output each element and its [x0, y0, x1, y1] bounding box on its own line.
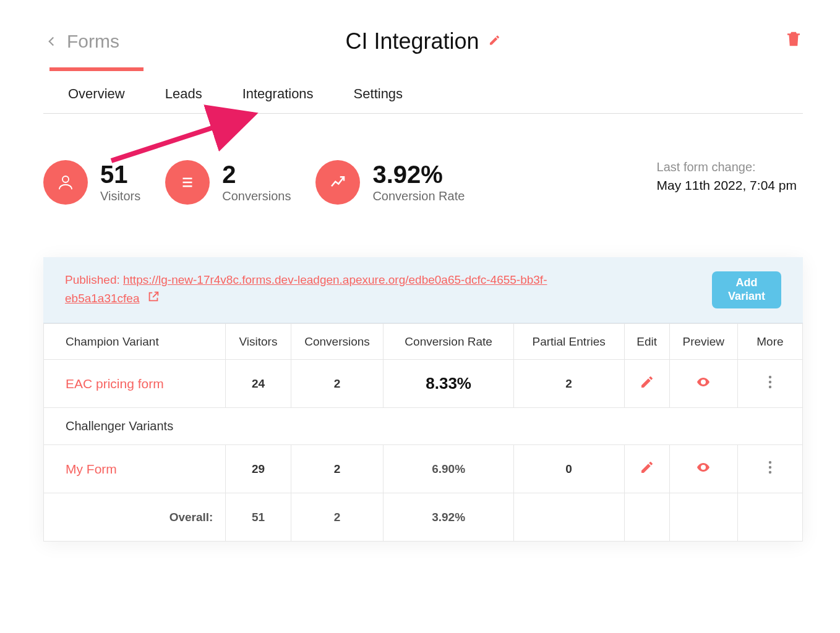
- person-icon: [43, 160, 88, 205]
- edit-title-button[interactable]: [489, 34, 501, 49]
- tab-overview[interactable]: Overview: [68, 86, 125, 113]
- last-change-label: Last form change:: [657, 160, 797, 174]
- preview-variant-button[interactable]: [696, 379, 711, 392]
- svg-line-0: [111, 114, 254, 161]
- cell-rate: 6.90%: [384, 445, 513, 493]
- challenger-heading-row: Challenger Variants: [44, 408, 803, 445]
- conversions-label: Conversions: [222, 189, 291, 203]
- dots-vertical-icon: [768, 375, 772, 389]
- col-preview: Preview: [669, 324, 737, 360]
- stat-conversion-rate: 3.92% Conversion Rate: [315, 160, 465, 205]
- col-partial: Partial Entries: [513, 324, 624, 360]
- table-row-champion: EAC pricing form 24 2 8.33% 2: [44, 360, 803, 408]
- eye-icon: [696, 460, 711, 475]
- overall-visitors: 51: [226, 493, 291, 542]
- col-rate: Conversion Rate: [384, 324, 513, 360]
- col-edit: Edit: [624, 324, 669, 360]
- tab-settings[interactable]: Settings: [354, 86, 403, 113]
- cell-visitors: 29: [226, 445, 291, 493]
- cell-partial: 0: [513, 445, 624, 493]
- external-link-icon: [147, 290, 160, 304]
- svg-point-3: [769, 381, 771, 383]
- published-url-text: Published: https://lg-new-17r4v8c.forms.…: [65, 271, 609, 309]
- tab-leads[interactable]: Leads: [165, 86, 202, 113]
- cell-rate: 8.33%: [384, 360, 513, 408]
- dots-vertical-icon: [768, 460, 772, 475]
- pencil-icon: [640, 460, 654, 475]
- table-row-challenger: My Form 29 2 6.90% 0: [44, 445, 803, 493]
- eye-icon: [696, 375, 711, 389]
- preview-variant-button[interactable]: [696, 464, 711, 477]
- more-menu-button[interactable]: [768, 379, 772, 392]
- trend-icon: [315, 160, 360, 205]
- variants-table: Champion Variant Visitors Conversions Co…: [43, 323, 803, 542]
- pencil-icon: [489, 34, 501, 46]
- svg-point-5: [769, 461, 771, 464]
- rate-value: 3.92%: [372, 162, 465, 187]
- pencil-icon: [640, 375, 654, 389]
- overall-label: Overall:: [44, 493, 226, 542]
- tab-integrations[interactable]: Integrations: [242, 86, 314, 113]
- col-more: More: [737, 324, 802, 360]
- edit-variant-button[interactable]: [640, 464, 654, 477]
- arrow-left-icon: [43, 33, 59, 49]
- stat-conversions: 2 Conversions: [165, 160, 291, 205]
- add-variant-button[interactable]: Add Variant: [712, 271, 781, 308]
- published-url-link[interactable]: https://lg-new-17r4v8c.forms.dev-leadgen…: [65, 273, 547, 305]
- col-conversions: Conversions: [291, 324, 384, 360]
- page-title: CI Integration: [345, 28, 479, 54]
- open-external-button[interactable]: [147, 290, 160, 309]
- last-form-change: Last form change: May 11th 2022, 7:04 pm: [657, 160, 803, 193]
- svg-point-4: [769, 386, 771, 388]
- list-icon: [165, 160, 210, 205]
- variant-name-link[interactable]: My Form: [66, 462, 117, 476]
- svg-point-1: [62, 176, 69, 182]
- col-champion: Champion Variant: [44, 324, 226, 360]
- variant-name-link[interactable]: EAC pricing form: [66, 376, 164, 391]
- svg-point-2: [769, 376, 771, 378]
- cell-visitors: 24: [226, 360, 291, 408]
- back-label: Forms: [67, 31, 119, 52]
- trash-icon: [784, 28, 803, 49]
- col-visitors: Visitors: [226, 324, 291, 360]
- overall-conversions: 2: [291, 493, 384, 542]
- back-to-forms[interactable]: Forms: [43, 31, 119, 52]
- stat-visitors: 51 Visitors: [43, 160, 140, 205]
- cell-conversions: 2: [291, 445, 384, 493]
- cell-conversions: 2: [291, 360, 384, 408]
- svg-point-7: [769, 471, 771, 474]
- table-row-overall: Overall: 51 2 3.92%: [44, 493, 803, 542]
- last-change-value: May 11th 2022, 7:04 pm: [657, 178, 797, 193]
- conversions-value: 2: [222, 162, 291, 187]
- tabs: Overview Leads Integrations Settings: [43, 86, 803, 114]
- more-menu-button[interactable]: [768, 464, 772, 477]
- edit-variant-button[interactable]: [640, 379, 654, 392]
- delete-button[interactable]: [784, 28, 803, 52]
- svg-point-6: [769, 466, 771, 469]
- rate-label: Conversion Rate: [372, 189, 465, 203]
- visitors-label: Visitors: [100, 189, 140, 203]
- visitors-value: 51: [100, 162, 140, 187]
- cell-partial: 2: [513, 360, 624, 408]
- overall-rate: 3.92%: [384, 493, 513, 542]
